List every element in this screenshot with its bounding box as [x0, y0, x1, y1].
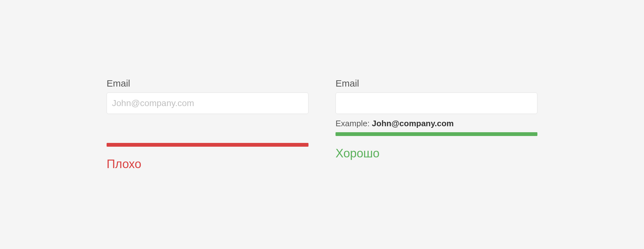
hint-prefix: Example:	[336, 119, 372, 128]
bad-verdict: Плохо	[107, 157, 308, 171]
email-label-bad: Email	[107, 78, 308, 89]
bad-example-panel: Email Плохо	[107, 78, 308, 171]
good-example-panel: Email Example: John@company.com Хорошо	[336, 78, 537, 171]
comparison-container: Email Плохо Email Example: John@company.…	[107, 78, 537, 171]
email-input-bad[interactable]	[107, 93, 308, 114]
email-input-good[interactable]	[336, 93, 537, 114]
good-verdict: Хорошо	[336, 147, 537, 160]
good-divider	[336, 132, 537, 136]
email-label-good: Email	[336, 78, 537, 89]
spacer	[107, 114, 308, 129]
hint-text: Example: John@company.com	[336, 118, 537, 129]
hint-value: John@company.com	[372, 119, 454, 128]
bad-divider	[107, 143, 308, 147]
